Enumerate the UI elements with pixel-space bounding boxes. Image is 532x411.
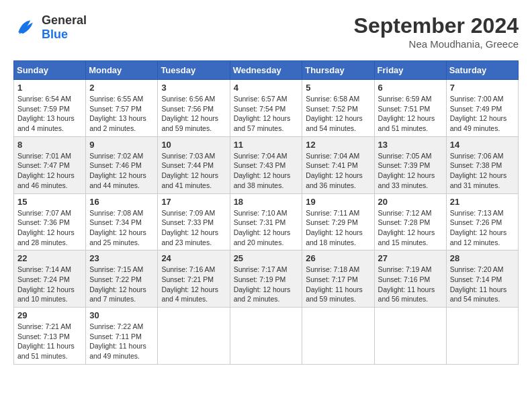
- table-row: 10 Sunrise: 7:03 AM Sunset: 7:44 PM Dayl…: [158, 136, 230, 193]
- day-number: 13: [378, 140, 443, 150]
- table-row: 7 Sunrise: 7:00 AM Sunset: 7:49 PM Dayli…: [446, 80, 518, 137]
- day-number: 15: [17, 197, 82, 207]
- calendar-row: 15 Sunrise: 7:07 AM Sunset: 7:36 PM Dayl…: [14, 193, 519, 250]
- day-info: Sunrise: 7:11 AM Sunset: 7:29 PM Dayligh…: [306, 208, 370, 248]
- calendar-row: 29 Sunrise: 7:21 AM Sunset: 7:13 PM Dayl…: [14, 308, 519, 365]
- table-row: 19 Sunrise: 7:11 AM Sunset: 7:29 PM Dayl…: [302, 193, 374, 250]
- day-info: Sunrise: 7:03 AM Sunset: 7:44 PM Dayligh…: [161, 151, 226, 191]
- day-number: 8: [17, 140, 82, 150]
- day-info: Sunrise: 7:18 AM Sunset: 7:17 PM Dayligh…: [306, 265, 370, 304]
- table-row: 16 Sunrise: 7:08 AM Sunset: 7:34 PM Dayl…: [86, 193, 158, 250]
- logo: General Blue: [13, 13, 87, 42]
- table-row: 12 Sunrise: 7:04 AM Sunset: 7:41 PM Dayl…: [302, 136, 374, 193]
- table-row: 2 Sunrise: 6:55 AM Sunset: 7:57 PM Dayli…: [86, 80, 158, 137]
- day-number: 6: [378, 83, 443, 93]
- day-info: Sunrise: 6:57 AM Sunset: 7:54 PM Dayligh…: [234, 94, 299, 134]
- table-row: 9 Sunrise: 7:02 AM Sunset: 7:46 PM Dayli…: [86, 136, 158, 193]
- day-info: Sunrise: 7:13 AM Sunset: 7:26 PM Dayligh…: [450, 208, 515, 248]
- day-info: Sunrise: 7:09 AM Sunset: 7:33 PM Dayligh…: [161, 208, 226, 248]
- day-info: Sunrise: 7:16 AM Sunset: 7:21 PM Dayligh…: [161, 265, 226, 304]
- calendar-row: 8 Sunrise: 7:01 AM Sunset: 7:47 PM Dayli…: [14, 136, 519, 193]
- day-number: 11: [234, 140, 299, 150]
- day-info: Sunrise: 7:17 AM Sunset: 7:19 PM Dayligh…: [234, 265, 299, 304]
- day-info: Sunrise: 7:14 AM Sunset: 7:24 PM Dayligh…: [17, 265, 82, 304]
- day-info: Sunrise: 7:10 AM Sunset: 7:31 PM Dayligh…: [234, 208, 299, 248]
- logo-icon: [13, 15, 38, 40]
- table-row: 24 Sunrise: 7:16 AM Sunset: 7:21 PM Dayl…: [158, 250, 230, 308]
- table-row: 14 Sunrise: 7:06 AM Sunset: 7:38 PM Dayl…: [446, 136, 518, 193]
- day-number: 26: [306, 253, 370, 263]
- table-row: 28 Sunrise: 7:20 AM Sunset: 7:14 PM Dayl…: [446, 250, 518, 308]
- day-number: 21: [450, 197, 515, 207]
- day-number: 4: [234, 83, 299, 93]
- day-number: 3: [161, 83, 226, 93]
- day-info: Sunrise: 6:59 AM Sunset: 7:51 PM Dayligh…: [378, 94, 443, 134]
- day-info: Sunrise: 7:07 AM Sunset: 7:36 PM Dayligh…: [17, 208, 82, 248]
- day-info: Sunrise: 7:06 AM Sunset: 7:38 PM Dayligh…: [450, 151, 515, 191]
- table-row: 13 Sunrise: 7:05 AM Sunset: 7:39 PM Dayl…: [374, 136, 446, 193]
- table-row: 22 Sunrise: 7:14 AM Sunset: 7:24 PM Dayl…: [14, 250, 86, 308]
- table-row: 20 Sunrise: 7:12 AM Sunset: 7:28 PM Dayl…: [374, 193, 446, 250]
- table-row: 6 Sunrise: 6:59 AM Sunset: 7:51 PM Dayli…: [374, 80, 446, 137]
- day-number: 29: [17, 310, 82, 320]
- day-info: Sunrise: 7:00 AM Sunset: 7:49 PM Dayligh…: [450, 94, 515, 134]
- table-row: [230, 308, 302, 365]
- col-wednesday: Wednesday: [230, 61, 302, 80]
- day-number: 2: [89, 83, 154, 93]
- table-row: [302, 308, 374, 365]
- day-info: Sunrise: 7:05 AM Sunset: 7:39 PM Dayligh…: [378, 151, 443, 191]
- page-header: General Blue September 2024 Nea Moudhani…: [13, 13, 519, 50]
- table-row: 3 Sunrise: 6:56 AM Sunset: 7:56 PM Dayli…: [158, 80, 230, 137]
- table-row: 27 Sunrise: 7:19 AM Sunset: 7:16 PM Dayl…: [374, 250, 446, 308]
- day-number: 16: [89, 197, 154, 207]
- day-number: 30: [89, 310, 154, 320]
- day-number: 9: [89, 140, 154, 150]
- month-title: September 2024: [354, 13, 519, 38]
- day-info: Sunrise: 7:15 AM Sunset: 7:22 PM Dayligh…: [89, 265, 154, 304]
- day-info: Sunrise: 7:12 AM Sunset: 7:28 PM Dayligh…: [378, 208, 443, 248]
- day-number: 5: [306, 83, 370, 93]
- table-row: [158, 308, 230, 365]
- day-number: 14: [450, 140, 515, 150]
- col-monday: Monday: [86, 61, 158, 80]
- table-row: 17 Sunrise: 7:09 AM Sunset: 7:33 PM Dayl…: [158, 193, 230, 250]
- day-number: 7: [450, 83, 515, 93]
- day-info: Sunrise: 6:54 AM Sunset: 7:59 PM Dayligh…: [17, 94, 82, 134]
- table-row: 18 Sunrise: 7:10 AM Sunset: 7:31 PM Dayl…: [230, 193, 302, 250]
- table-row: 21 Sunrise: 7:13 AM Sunset: 7:26 PM Dayl…: [446, 193, 518, 250]
- location: Nea Moudhania, Greece: [354, 38, 519, 50]
- calendar-table: Sunday Monday Tuesday Wednesday Thursday…: [13, 60, 519, 365]
- col-tuesday: Tuesday: [158, 61, 230, 80]
- day-info: Sunrise: 6:55 AM Sunset: 7:57 PM Dayligh…: [89, 94, 154, 134]
- day-number: 28: [450, 253, 515, 263]
- day-number: 18: [234, 197, 299, 207]
- day-number: 1: [17, 83, 82, 93]
- table-row: [446, 308, 518, 365]
- table-row: 25 Sunrise: 7:17 AM Sunset: 7:19 PM Dayl…: [230, 250, 302, 308]
- calendar-header-row: Sunday Monday Tuesday Wednesday Thursday…: [14, 61, 519, 80]
- title-block: September 2024 Nea Moudhania, Greece: [354, 13, 519, 50]
- day-number: 10: [161, 140, 226, 150]
- col-saturday: Saturday: [446, 61, 518, 80]
- calendar-row: 22 Sunrise: 7:14 AM Sunset: 7:24 PM Dayl…: [14, 250, 519, 308]
- table-row: 30 Sunrise: 7:22 AM Sunset: 7:11 PM Dayl…: [86, 308, 158, 365]
- table-row: 1 Sunrise: 6:54 AM Sunset: 7:59 PM Dayli…: [14, 80, 86, 137]
- day-info: Sunrise: 6:58 AM Sunset: 7:52 PM Dayligh…: [306, 94, 370, 134]
- day-info: Sunrise: 7:20 AM Sunset: 7:14 PM Dayligh…: [450, 265, 515, 304]
- day-number: 12: [306, 140, 370, 150]
- table-row: 29 Sunrise: 7:21 AM Sunset: 7:13 PM Dayl…: [14, 308, 86, 365]
- table-row: 4 Sunrise: 6:57 AM Sunset: 7:54 PM Dayli…: [230, 80, 302, 137]
- table-row: 8 Sunrise: 7:01 AM Sunset: 7:47 PM Dayli…: [14, 136, 86, 193]
- day-info: Sunrise: 7:21 AM Sunset: 7:13 PM Dayligh…: [17, 322, 82, 361]
- day-info: Sunrise: 7:02 AM Sunset: 7:46 PM Dayligh…: [89, 151, 154, 191]
- day-number: 25: [234, 253, 299, 263]
- col-thursday: Thursday: [302, 61, 374, 80]
- day-info: Sunrise: 7:04 AM Sunset: 7:41 PM Dayligh…: [306, 151, 370, 191]
- logo-text: General Blue: [42, 13, 87, 42]
- table-row: 11 Sunrise: 7:04 AM Sunset: 7:43 PM Dayl…: [230, 136, 302, 193]
- day-info: Sunrise: 7:08 AM Sunset: 7:34 PM Dayligh…: [89, 208, 154, 248]
- table-row: 26 Sunrise: 7:18 AM Sunset: 7:17 PM Dayl…: [302, 250, 374, 308]
- day-info: Sunrise: 7:04 AM Sunset: 7:43 PM Dayligh…: [234, 151, 299, 191]
- day-number: 19: [306, 197, 370, 207]
- day-number: 23: [89, 253, 154, 263]
